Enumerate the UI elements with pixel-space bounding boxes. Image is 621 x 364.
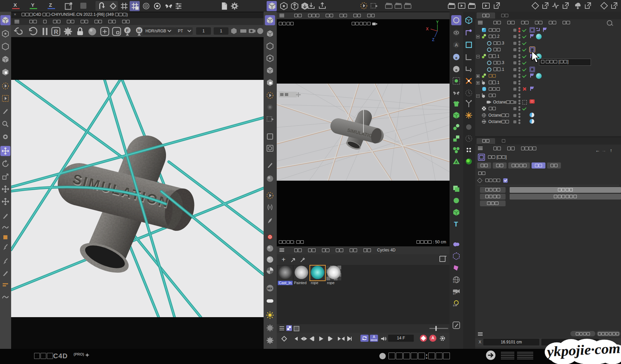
svg-text:A: A (455, 160, 458, 164)
svg-text:ST: ST (453, 293, 456, 295)
svg-text:R: R (54, 29, 58, 35)
svg-text:MIX: MIX (267, 287, 272, 290)
svg-text:A: A (455, 42, 458, 48)
svg-text:ST: ST (453, 304, 456, 307)
svg-text:ST: ST (453, 281, 456, 283)
svg-text:F: F (126, 28, 129, 33)
svg-text:T: T (454, 220, 458, 228)
svg-text:Y: Y (436, 20, 439, 25)
svg-text:X: X (426, 27, 429, 31)
svg-text:Z: Z (432, 37, 434, 42)
svg-text:M: M (137, 28, 141, 33)
